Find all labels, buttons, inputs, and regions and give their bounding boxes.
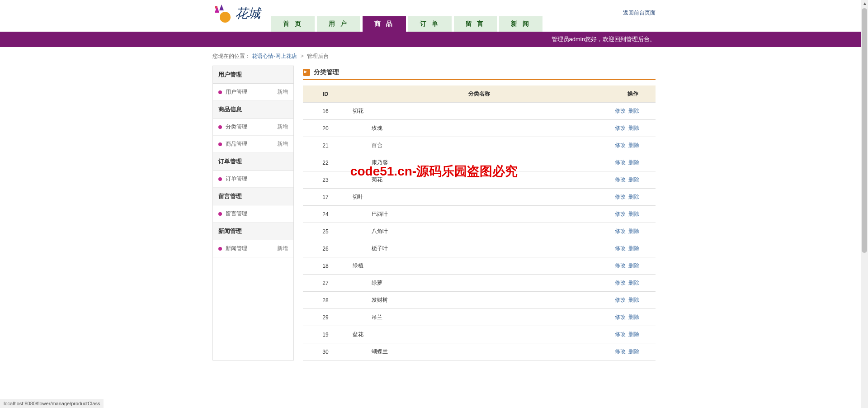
table-row: 22康乃馨修改 删除 <box>303 154 656 171</box>
edit-link[interactable]: 修改 <box>615 348 626 355</box>
cell-name: 巴西叶 <box>348 206 610 223</box>
cell-op: 修改 删除 <box>610 206 656 223</box>
header: 花城 返回前台页面 首 页用 户商 品订 单留 言新 闻 <box>212 0 656 32</box>
scrollbar-up-arrow[interactable]: ▲ <box>861 0 868 7</box>
table-row: 26栀子叶修改 删除 <box>303 240 656 257</box>
cell-op: 修改 删除 <box>610 292 656 309</box>
cell-op: 修改 删除 <box>610 171 656 189</box>
delete-link[interactable]: 删除 <box>628 280 639 286</box>
sidebar-item-add-link[interactable]: 新增 <box>277 245 288 252</box>
cell-id: 29 <box>303 309 348 326</box>
edit-link[interactable]: 修改 <box>615 159 626 166</box>
cell-id: 23 <box>303 171 348 189</box>
edit-link[interactable]: 修改 <box>615 108 626 114</box>
cell-id: 22 <box>303 154 348 171</box>
delete-link[interactable]: 删除 <box>628 262 639 269</box>
logo[interactable]: 花城 <box>212 2 267 25</box>
nav-item-4[interactable]: 留 言 <box>454 16 497 32</box>
edit-link[interactable]: 修改 <box>615 314 626 320</box>
cell-op: 修改 删除 <box>610 154 656 171</box>
cell-id: 16 <box>303 103 348 120</box>
cell-name: 盆花 <box>348 326 610 343</box>
delete-link[interactable]: 删除 <box>628 142 639 148</box>
delete-link[interactable]: 删除 <box>628 245 639 251</box>
nav-item-2[interactable]: 商 品 <box>363 16 406 32</box>
table-row: 23菊花修改 删除 <box>303 171 656 189</box>
cell-name: 切叶 <box>348 189 610 206</box>
delete-link[interactable]: 删除 <box>628 211 639 217</box>
nav-item-5[interactable]: 新 闻 <box>499 16 542 32</box>
sidebar-item-label: 分类管理 <box>226 123 247 131</box>
breadcrumb: 您现在的位置： 花语心情-网上花店 > 管理后台 <box>212 47 656 66</box>
cell-op: 修改 删除 <box>610 120 656 137</box>
cell-id: 21 <box>303 137 348 154</box>
cell-id: 28 <box>303 292 348 309</box>
sidebar-item-label: 留言管理 <box>226 210 247 218</box>
delete-link[interactable]: 删除 <box>628 159 639 166</box>
sidebar-item[interactable]: 留言管理 <box>213 205 293 223</box>
back-to-front-link[interactable]: 返回前台页面 <box>623 9 656 17</box>
edit-link[interactable]: 修改 <box>615 280 626 286</box>
nav-item-3[interactable]: 订 单 <box>408 16 452 32</box>
cell-name: 绿萝 <box>348 275 610 292</box>
cell-op: 修改 删除 <box>610 326 656 343</box>
sidebar-item[interactable]: 订单管理 <box>213 171 293 188</box>
cell-name: 吊兰 <box>348 309 610 326</box>
cell-op: 修改 删除 <box>610 223 656 240</box>
sidebar-item-add-link[interactable]: 新增 <box>277 140 288 148</box>
table-row: 17切叶修改 删除 <box>303 189 656 206</box>
delete-link[interactable]: 删除 <box>628 348 639 355</box>
edit-link[interactable]: 修改 <box>615 331 626 337</box>
sidebar: 用户管理用户管理新增商品信息分类管理新增商品管理新增订单管理订单管理留言管理留言… <box>212 66 294 361</box>
sidebar-item-add-link[interactable]: 新增 <box>277 88 288 96</box>
cell-name: 栀子叶 <box>348 240 610 257</box>
delete-link[interactable]: 删除 <box>628 228 639 234</box>
nav-item-0[interactable]: 首 页 <box>271 16 315 32</box>
content-title-bar: 分类管理 <box>303 66 656 80</box>
cell-id: 20 <box>303 120 348 137</box>
breadcrumb-prefix: 您现在的位置： <box>212 53 250 59</box>
delete-link[interactable]: 删除 <box>628 176 639 183</box>
table-row: 27绿萝修改 删除 <box>303 275 656 292</box>
edit-link[interactable]: 修改 <box>615 228 626 234</box>
sidebar-item[interactable]: 新闻管理新增 <box>213 240 293 257</box>
sidebar-section-title: 用户管理 <box>213 66 293 84</box>
sidebar-item[interactable]: 分类管理新增 <box>213 119 293 136</box>
delete-link[interactable]: 删除 <box>628 314 639 320</box>
edit-link[interactable]: 修改 <box>615 142 626 148</box>
cell-op: 修改 删除 <box>610 137 656 154</box>
delete-link[interactable]: 删除 <box>628 297 639 303</box>
cell-id: 26 <box>303 240 348 257</box>
delete-link[interactable]: 删除 <box>628 125 639 131</box>
scrollbar-thumb[interactable] <box>862 8 867 253</box>
edit-link[interactable]: 修改 <box>615 262 626 269</box>
svg-point-1 <box>215 6 217 9</box>
sidebar-item-label: 新闻管理 <box>226 245 247 252</box>
cell-id: 24 <box>303 206 348 223</box>
cell-id: 30 <box>303 343 348 361</box>
cell-op: 修改 删除 <box>610 309 656 326</box>
delete-link[interactable]: 删除 <box>628 331 639 337</box>
cell-id: 19 <box>303 326 348 343</box>
edit-link[interactable]: 修改 <box>615 125 626 131</box>
scrollbar[interactable]: ▲ <box>861 0 868 361</box>
edit-link[interactable]: 修改 <box>615 297 626 303</box>
table-row: 29吊兰修改 删除 <box>303 309 656 326</box>
edit-link[interactable]: 修改 <box>615 245 626 251</box>
edit-link[interactable]: 修改 <box>615 194 626 200</box>
sidebar-item[interactable]: 用户管理新增 <box>213 84 293 101</box>
nav-item-1[interactable]: 用 户 <box>317 16 360 32</box>
delete-link[interactable]: 删除 <box>628 108 639 114</box>
sidebar-item-label: 商品管理 <box>226 140 247 148</box>
edit-link[interactable]: 修改 <box>615 211 626 217</box>
table-row: 25八角叶修改 删除 <box>303 223 656 240</box>
delete-link[interactable]: 删除 <box>628 194 639 200</box>
cell-op: 修改 删除 <box>610 257 656 275</box>
breadcrumb-home-link[interactable]: 花语心情-网上花店 <box>252 53 297 59</box>
sidebar-item-add-link[interactable]: 新增 <box>277 123 288 131</box>
edit-link[interactable]: 修改 <box>615 176 626 183</box>
cell-id: 25 <box>303 223 348 240</box>
sidebar-item[interactable]: 商品管理新增 <box>213 136 293 153</box>
svg-point-0 <box>220 12 231 23</box>
table-row: 24巴西叶修改 删除 <box>303 206 656 223</box>
